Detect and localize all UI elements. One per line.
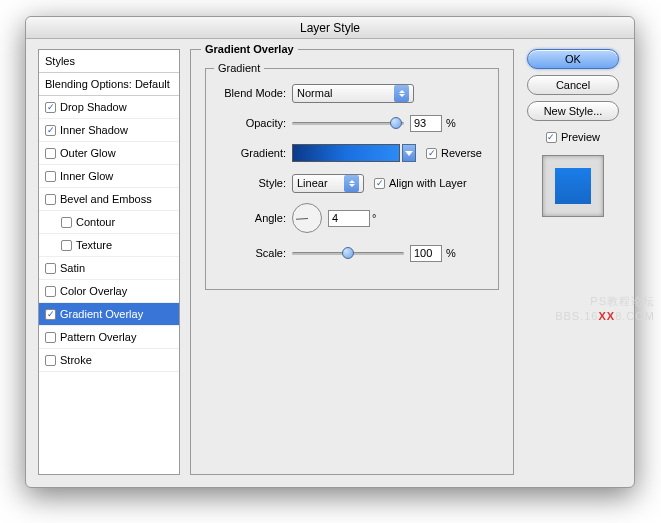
preview-inner xyxy=(555,168,591,204)
align-checkbox[interactable] xyxy=(374,178,385,189)
angle-label: Angle: xyxy=(218,212,286,224)
preview-checkbox[interactable] xyxy=(546,132,557,143)
style-item-color-overlay[interactable]: Color Overlay xyxy=(39,280,179,303)
effect-label: Inner Shadow xyxy=(60,124,128,136)
effect-label: Drop Shadow xyxy=(60,101,127,113)
dialog-title: Layer Style xyxy=(26,17,634,39)
style-value: Linear xyxy=(297,177,340,189)
scale-slider[interactable] xyxy=(292,246,404,260)
reverse-label: Reverse xyxy=(441,147,482,159)
effect-label: Gradient Overlay xyxy=(60,308,143,320)
gradient-group: Gradient Blend Mode: Normal Opacity: % xyxy=(205,68,499,290)
gradient-dropdown-button[interactable] xyxy=(402,144,416,162)
effect-label: Outer Glow xyxy=(60,147,116,159)
effect-checkbox[interactable] xyxy=(45,332,56,343)
style-item-contour[interactable]: Contour xyxy=(39,211,179,234)
scale-input[interactable] xyxy=(410,245,442,262)
select-arrows-icon xyxy=(344,175,359,192)
preview-label: Preview xyxy=(561,131,600,143)
style-label: Style: xyxy=(218,177,286,189)
cancel-button[interactable]: Cancel xyxy=(527,75,619,95)
section-title: Gradient Overlay xyxy=(201,43,298,55)
degree-label: ° xyxy=(372,212,376,224)
effect-checkbox[interactable] xyxy=(61,217,72,228)
effect-checkbox[interactable] xyxy=(45,171,56,182)
align-label: Align with Layer xyxy=(389,177,467,189)
blend-mode-label: Blend Mode: xyxy=(218,87,286,99)
percent-label: % xyxy=(446,247,456,259)
style-item-bevel-and-emboss[interactable]: Bevel and Emboss xyxy=(39,188,179,211)
effect-label: Satin xyxy=(60,262,85,274)
styles-list-panel: Styles Blending Options: Default Drop Sh… xyxy=(38,49,180,475)
style-item-inner-shadow[interactable]: Inner Shadow xyxy=(39,119,179,142)
styles-header[interactable]: Styles xyxy=(39,50,179,73)
style-item-stroke[interactable]: Stroke xyxy=(39,349,179,372)
effect-checkbox[interactable] xyxy=(61,240,72,251)
ok-button[interactable]: OK xyxy=(527,49,619,69)
scale-label: Scale: xyxy=(218,247,286,259)
opacity-label: Opacity: xyxy=(218,117,286,129)
style-item-gradient-overlay[interactable]: Gradient Overlay xyxy=(39,303,179,326)
style-item-inner-glow[interactable]: Inner Glow xyxy=(39,165,179,188)
blending-options-item[interactable]: Blending Options: Default xyxy=(39,73,179,96)
effect-checkbox[interactable] xyxy=(45,355,56,366)
effect-label: Stroke xyxy=(60,354,92,366)
new-style-button[interactable]: New Style... xyxy=(527,101,619,121)
effect-label: Color Overlay xyxy=(60,285,127,297)
preview-swatch xyxy=(542,155,604,217)
angle-dial[interactable] xyxy=(292,203,322,233)
effect-label: Texture xyxy=(76,239,112,251)
effect-checkbox[interactable] xyxy=(45,263,56,274)
opacity-input[interactable] xyxy=(410,115,442,132)
effect-label: Bevel and Emboss xyxy=(60,193,152,205)
percent-label: % xyxy=(446,117,456,129)
blend-mode-select[interactable]: Normal xyxy=(292,84,414,103)
reverse-checkbox[interactable] xyxy=(426,148,437,159)
layer-style-dialog: Layer Style Styles Blending Options: Def… xyxy=(25,16,635,488)
effect-label: Pattern Overlay xyxy=(60,331,136,343)
style-item-satin[interactable]: Satin xyxy=(39,257,179,280)
group-title: Gradient xyxy=(214,62,264,74)
blend-mode-value: Normal xyxy=(297,87,390,99)
style-item-texture[interactable]: Texture xyxy=(39,234,179,257)
effect-checkbox[interactable] xyxy=(45,194,56,205)
effect-checkbox[interactable] xyxy=(45,309,56,320)
button-column: OK Cancel New Style... Preview xyxy=(524,49,622,475)
effect-label: Inner Glow xyxy=(60,170,113,182)
effect-label: Contour xyxy=(76,216,115,228)
effect-checkbox[interactable] xyxy=(45,286,56,297)
dialog-content: Styles Blending Options: Default Drop Sh… xyxy=(26,39,634,487)
style-select[interactable]: Linear xyxy=(292,174,364,193)
effect-checkbox[interactable] xyxy=(45,125,56,136)
effect-checkbox[interactable] xyxy=(45,148,56,159)
settings-panel: Gradient Overlay Gradient Blend Mode: No… xyxy=(190,49,514,475)
style-item-outer-glow[interactable]: Outer Glow xyxy=(39,142,179,165)
select-arrows-icon xyxy=(394,85,409,102)
gradient-swatch[interactable] xyxy=(292,144,400,162)
style-item-drop-shadow[interactable]: Drop Shadow xyxy=(39,96,179,119)
style-item-pattern-overlay[interactable]: Pattern Overlay xyxy=(39,326,179,349)
effect-checkbox[interactable] xyxy=(45,102,56,113)
angle-input[interactable] xyxy=(328,210,370,227)
opacity-slider[interactable] xyxy=(292,116,404,130)
gradient-label: Gradient: xyxy=(218,147,286,159)
